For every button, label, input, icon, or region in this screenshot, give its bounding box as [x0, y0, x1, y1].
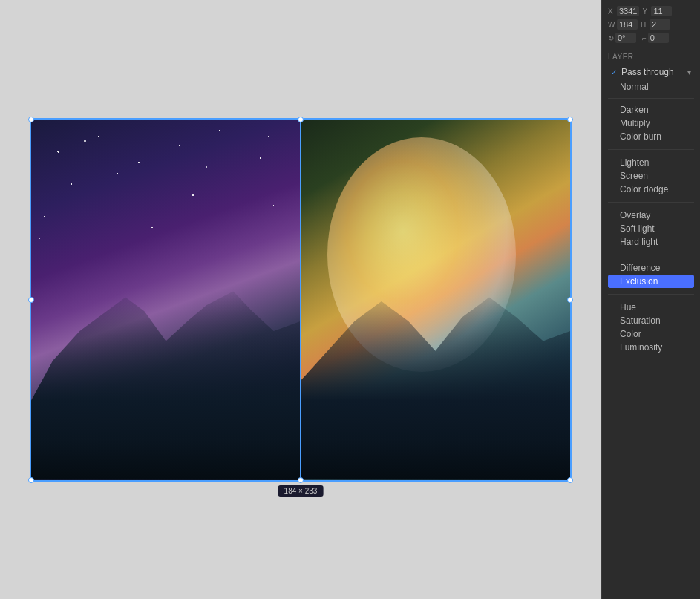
- angle-value[interactable]: 0°: [615, 33, 636, 43]
- size-label: 184 × 233: [278, 485, 324, 497]
- image-left: [31, 120, 301, 480]
- blend-mode-saturation[interactable]: Saturation: [608, 314, 694, 327]
- image-container[interactable]: 184 × 233: [30, 118, 572, 482]
- h-label: H: [641, 21, 648, 29]
- handle-top-left[interactable]: [28, 117, 34, 122]
- corner-icon: ⌐: [642, 34, 647, 42]
- w-value[interactable]: 184: [617, 19, 638, 30]
- dropdown-arrow-icon: ▾: [687, 68, 691, 76]
- pass-through-label: Pass through: [621, 67, 687, 77]
- layer-section: Layer ✓ Pass through ▾ Normal Darken Mul…: [602, 48, 700, 370]
- blend-group-comp: Difference Exclusion: [608, 261, 694, 295]
- x-value[interactable]: 3341: [617, 6, 639, 16]
- blend-mode-color[interactable]: Color: [608, 327, 694, 341]
- blend-mode-difference[interactable]: Difference: [608, 261, 694, 275]
- right-panel: X 3341 Y 11 W 184 H 2: [601, 0, 700, 599]
- coordinates-section: X 3341 Y 11 W 184 H 2: [602, 0, 700, 48]
- blend-mode-colordodge[interactable]: Color dodge: [608, 183, 694, 196]
- blend-mode-overlay[interactable]: Overlay: [608, 209, 694, 222]
- handle-top-right[interactable]: [567, 117, 573, 122]
- blend-group-color: Hue Saturation Color Luminosity: [608, 301, 694, 360]
- handle-top-middle[interactable]: [298, 117, 304, 122]
- checkmark-icon: ✓: [611, 68, 621, 76]
- blend-mode-exclusion[interactable]: Exclusion: [608, 275, 694, 288]
- y-label: Y: [642, 7, 650, 16]
- canvas-area: 184 × 233: [0, 0, 601, 599]
- blend-mode-colorburn[interactable]: Color burn: [608, 130, 694, 143]
- layer-title: Layer: [608, 53, 694, 61]
- pass-through-row[interactable]: ✓ Pass through ▾: [608, 65, 694, 79]
- blend-group-lighten: Lighten Screen Color dodge: [608, 156, 694, 203]
- handle-middle-right[interactable]: [567, 297, 573, 303]
- blend-mode-multiply[interactable]: Multiply: [608, 117, 694, 130]
- image-right: [301, 120, 570, 480]
- h-value[interactable]: 2: [650, 19, 670, 30]
- blend-mode-luminosity[interactable]: Luminosity: [608, 341, 694, 354]
- y-value[interactable]: 11: [651, 6, 672, 16]
- divider-1: [608, 98, 694, 99]
- angle-icon: ↻: [608, 34, 614, 42]
- handle-bottom-right[interactable]: [567, 477, 573, 483]
- handle-bottom-middle[interactable]: [298, 477, 304, 483]
- blend-mode-hue[interactable]: Hue: [608, 301, 694, 314]
- corner-value[interactable]: 0: [648, 33, 669, 43]
- handle-bottom-left[interactable]: [28, 477, 34, 483]
- blend-mode-screen[interactable]: Screen: [608, 169, 694, 183]
- blend-mode-softlight[interactable]: Soft light: [608, 222, 694, 235]
- mid-divider: [300, 120, 301, 480]
- blend-group-darken: Darken Multiply Color burn: [608, 103, 694, 150]
- blend-mode-normal[interactable]: Normal: [608, 80, 694, 94]
- blend-group-contrast: Overlay Soft light Hard light: [608, 209, 694, 255]
- blend-mode-lighten[interactable]: Lighten: [608, 156, 694, 169]
- x-label: X: [608, 7, 615, 16]
- blend-mode-darken[interactable]: Darken: [608, 103, 694, 117]
- w-label: W: [608, 21, 615, 29]
- blend-mode-hardlight[interactable]: Hard light: [608, 235, 694, 249]
- handle-middle-left[interactable]: [28, 297, 34, 303]
